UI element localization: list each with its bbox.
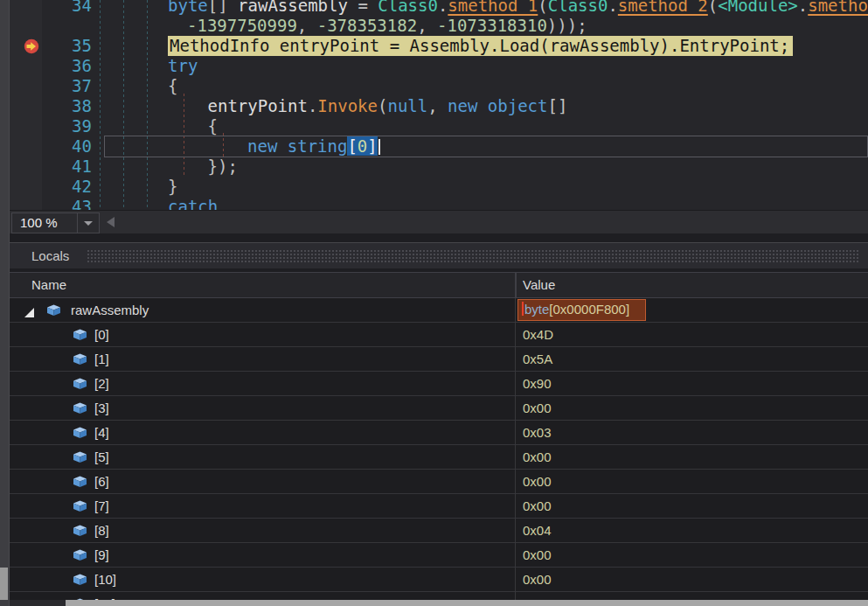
variable-value[interactable]: 0x4D (523, 323, 553, 346)
indent-guide (100, 0, 101, 210)
variable-name: [10] (94, 568, 116, 591)
field-icon (73, 353, 87, 366)
column-header-value[interactable]: Value (523, 273, 555, 297)
variable-value[interactable]: 0x00 (523, 592, 552, 600)
variable-row[interactable]: [7]0x00 (10, 494, 868, 519)
line-number: 42 (42, 177, 92, 197)
titlebar-grip-dots[interactable] (87, 250, 860, 262)
code-line[interactable]: entryPoint.Invoke(null, new object[] (208, 96, 568, 116)
breakpoint-gutter[interactable] (10, 0, 42, 210)
variable-value[interactable]: 0x00 (523, 543, 552, 567)
variable-name: [3] (94, 396, 109, 420)
code-line[interactable]: catch (168, 197, 218, 210)
variable-row[interactable]: [5]0x00 (10, 445, 868, 470)
variable-row[interactable]: [6]0x00 (10, 470, 868, 494)
variable-value[interactable]: 0x04 (523, 519, 552, 542)
line-number: 38 (42, 96, 92, 116)
zoom-level-select[interactable]: 100 % (11, 212, 78, 233)
field-icon (73, 574, 87, 586)
field-icon (73, 402, 87, 414)
field-icon (73, 500, 87, 512)
variable-value[interactable]: 0x00 (523, 568, 552, 591)
variable-name: [4] (94, 421, 109, 444)
text-caret-icon (378, 139, 380, 155)
variable-row[interactable]: [1]0x5A (10, 347, 868, 372)
scroll-left-button[interactable] (107, 217, 115, 227)
line-number: 43 (42, 197, 92, 210)
variable-value[interactable]: 0x03 (523, 421, 552, 444)
scrollbar-thumb[interactable] (66, 600, 868, 606)
field-icon (73, 427, 87, 439)
variable-value[interactable]: 0x00 (523, 470, 552, 493)
field-icon (73, 329, 87, 341)
chevron-down-icon (84, 221, 93, 226)
expand-collapse-icon[interactable] (24, 305, 34, 315)
zoom-dropdown-button[interactable] (77, 212, 100, 233)
indent-guide (123, 0, 124, 210)
locals-variable-list[interactable]: rawAssemblybyte[0x0000F800][0]0x4D[1]0x5… (10, 298, 868, 600)
breakpoint-current-statement-icon[interactable] (24, 38, 39, 54)
indent-guide (147, 0, 148, 210)
debugger-window: 34353637383940414243 byte[] rawAssembly … (0, 0, 868, 606)
line-number: 35 (42, 36, 92, 56)
variable-row[interactable]: [4]0x03 (10, 421, 868, 445)
variable-row[interactable]: [9]0x00 (10, 543, 868, 568)
variable-name: [11] (94, 592, 115, 600)
variable-row[interactable]: [3]0x00 (10, 396, 868, 421)
variable-name: [6] (94, 470, 109, 493)
line-number: 37 (42, 76, 92, 96)
line-number: 40 (42, 136, 92, 157)
window-left-edge (0, 0, 10, 606)
variable-name: [1] (94, 347, 109, 371)
variable-value-editbox[interactable]: byte[0x0000F800] (517, 299, 646, 321)
code-line[interactable]: { (168, 76, 177, 96)
left-scrollbar-thumb[interactable] (0, 568, 8, 600)
code-line[interactable]: try (168, 56, 198, 76)
variable-value[interactable]: 0x00 (523, 494, 552, 518)
locals-panel-title: Locals (31, 243, 69, 268)
panel-separator (10, 233, 868, 242)
variable-value[interactable]: 0x00 (523, 396, 552, 420)
variable-row[interactable]: [0]0x4D (10, 323, 868, 347)
line-number: 34 (42, 0, 92, 16)
variable-row[interactable]: [11]0x00 (10, 592, 868, 600)
variable-name: [5] (94, 445, 109, 469)
code-line[interactable]: MethodInfo entryPoint = Assembly.Load(ra… (168, 36, 793, 56)
editor-statusbar: 100 % (10, 210, 868, 233)
code-line[interactable]: { (208, 116, 218, 136)
variable-name: [7] (94, 494, 109, 518)
field-icon (73, 378, 87, 390)
locals-titlebar[interactable]: Locals (10, 242, 868, 268)
variable-name: rawAssembly (71, 298, 149, 322)
variable-row[interactable]: [8]0x04 (10, 519, 868, 543)
variable-name: [8] (94, 519, 109, 542)
variable-name: [0] (94, 323, 109, 346)
field-icon (73, 525, 87, 537)
field-icon (73, 476, 87, 488)
code-line[interactable]: -1397750999, -378353182, -1073318310))); (187, 16, 587, 36)
column-header-name[interactable]: Name (31, 273, 66, 297)
code-editor[interactable]: 34353637383940414243 byte[] rawAssembly … (10, 0, 868, 210)
field-icon (73, 549, 87, 561)
variable-name: [9] (94, 543, 109, 567)
locals-column-header: Name Value (10, 272, 868, 298)
column-divider-line (515, 298, 516, 600)
code-line[interactable]: } (168, 177, 177, 197)
column-resize-handle[interactable] (515, 273, 517, 297)
code-line[interactable]: new string[0] (247, 136, 380, 157)
variable-value[interactable]: 0x90 (523, 372, 552, 395)
variable-row[interactable]: [10]0x00 (10, 568, 868, 592)
variable-value[interactable]: 0x5A (523, 347, 552, 371)
variable-value[interactable]: 0x00 (523, 445, 552, 469)
edit-caret-icon (522, 302, 524, 316)
line-number: 36 (42, 56, 92, 76)
code-line[interactable]: }); (208, 157, 238, 177)
locals-horizontal-scrollbar[interactable] (10, 600, 868, 606)
variable-row[interactable]: [2]0x90 (10, 372, 868, 396)
line-number: 41 (42, 157, 92, 177)
code-line[interactable]: byte[] rawAssembly = Class0.smethod_1(Cl… (168, 0, 868, 16)
variable-row[interactable]: rawAssemblybyte[0x0000F800] (10, 298, 868, 323)
field-icon (73, 451, 87, 463)
variable-name: [2] (94, 372, 109, 395)
field-icon (46, 304, 61, 317)
